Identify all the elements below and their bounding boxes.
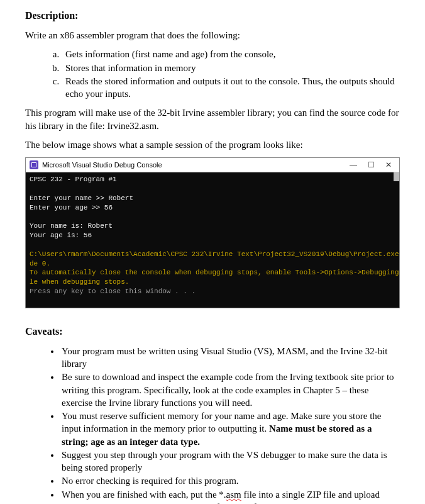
- console-window: Microsoft Visual Studio Debug Console — …: [25, 157, 400, 308]
- description-heading: Description:: [25, 10, 400, 21]
- close-icon[interactable]: ✕: [384, 161, 393, 169]
- caveats-heading: Caveats:: [25, 326, 400, 337]
- caveat-item: Be sure to download and inspect the exam…: [60, 371, 400, 409]
- spellcheck-word: asm: [226, 490, 241, 500]
- terminal-line: CPSC 232 - Program #1: [30, 176, 117, 183]
- intro-paragraph: Write an x86 assembler program that does…: [25, 29, 400, 42]
- caveat-item: Suggest you step through your program wi…: [60, 449, 400, 474]
- step-c: Reads the stored information and outputs…: [62, 75, 400, 101]
- step-b: Stores that information in memory: [62, 62, 400, 74]
- terminal-line: Your name is: Robert: [30, 222, 113, 230]
- image-intro-paragraph: The below image shows what a sample sess…: [25, 138, 400, 151]
- terminal-line: C:\Users\rmarm\Documents\Academic\CPSC 2…: [30, 250, 399, 258]
- terminal-line: Your age is: 56: [30, 232, 92, 239]
- document-page: Description: Write an x86 assembler prog…: [0, 0, 425, 504]
- console-titlebar: Microsoft Visual Studio Debug Console — …: [26, 158, 399, 172]
- terminal-line: Enter your name >> Robert: [30, 194, 133, 202]
- caveat-item: No error checking is required for this p…: [60, 474, 400, 487]
- console-title: Microsoft Visual Studio Debug Console: [42, 161, 349, 169]
- caveat-item: Your program must be written using Visua…: [60, 345, 400, 371]
- window-controls: — ☐ ✕: [349, 161, 399, 169]
- scrollbar-thumb[interactable]: [394, 172, 399, 181]
- caveat-item: When you are finished with each, put the…: [60, 488, 400, 504]
- minimize-icon[interactable]: —: [349, 161, 358, 169]
- step-a: Gets information (first name and age) fr…: [62, 48, 400, 60]
- terminal-line: To automatically close the console when …: [30, 269, 399, 276]
- caveat-item: You must reserve sufficient memory for y…: [60, 410, 400, 448]
- terminal-line: de 0.: [30, 260, 50, 267]
- console-terminal: CPSC 232 - Program #1 Enter your name >>…: [26, 172, 399, 308]
- maximize-icon[interactable]: ☐: [367, 161, 375, 169]
- terminal-line: le when debugging stops.: [30, 278, 129, 286]
- caveats-list: Your program must be written using Visua…: [25, 345, 400, 504]
- terminal-line: Press any key to close this window . . .: [30, 288, 196, 295]
- library-paragraph: This program will make use of the 32-bit…: [25, 106, 400, 132]
- caveat-text: When you are finished with each, put the…: [62, 490, 226, 500]
- steps-list: Gets information (first name and age) fr…: [25, 48, 400, 100]
- console-app-icon: [30, 160, 38, 169]
- terminal-line: Enter your age >> 56: [30, 204, 113, 211]
